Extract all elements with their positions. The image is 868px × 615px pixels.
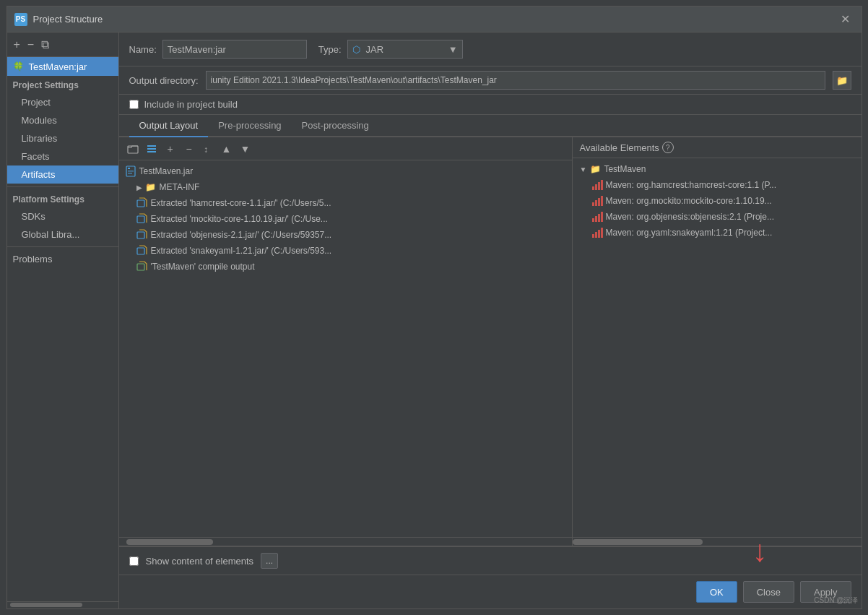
extracted-icon <box>136 197 148 209</box>
svg-rect-13 <box>137 264 144 270</box>
include-build-label: Include in project build <box>144 99 238 110</box>
sidebar-item-modules[interactable]: Modules <box>7 111 118 129</box>
create-folder-button[interactable] <box>125 141 141 157</box>
help-icon[interactable]: ? <box>662 142 674 153</box>
remove-element-button[interactable]: − <box>181 141 197 157</box>
sidebar-item-problems[interactable]: Problems <box>7 250 118 268</box>
sidebar-toolbar: + − ⧉ <box>7 33 118 57</box>
move-down-button[interactable]: ▼ <box>238 141 253 157</box>
maven-icon-1 <box>591 179 603 191</box>
main-panel: Name: Type: ⬡ JAR ▼ Output directo <box>119 33 862 608</box>
tree-item-meta-inf[interactable]: ▶ 📁 META-INF <box>119 179 572 195</box>
sidebar-item-global-libraries[interactable]: Global Libra... <box>7 225 118 244</box>
sidebar-item-project[interactable]: Project <box>7 93 118 111</box>
remove-artifact-button[interactable]: − <box>25 38 36 52</box>
maven-icon-3 <box>591 211 603 223</box>
maven-icon-4 <box>591 227 603 238</box>
project-structure-dialog: PS Project Structure ✕ + − ⧉ 🍀 TestMaven… <box>6 6 862 609</box>
available-elements-tree: ▼ 📁 TestMaven <box>573 158 862 537</box>
close-dialog-button[interactable]: ✕ <box>836 11 854 27</box>
tree-item-testmaven-jar[interactable]: TestMaven.jar <box>119 163 572 179</box>
name-field-group: Name: <box>129 40 307 59</box>
show-content-label: Show content of elements <box>146 556 254 567</box>
add-artifact-button[interactable]: + <box>12 38 22 52</box>
sidebar-item-libraries[interactable]: Libraries <box>7 129 118 147</box>
type-label: Type: <box>318 44 342 55</box>
tab-post-processing[interactable]: Post-processing <box>292 115 379 137</box>
sort-button[interactable]: ↕ <box>200 141 216 157</box>
sidebar-item-facets[interactable]: Facets <box>7 147 118 165</box>
name-label: Name: <box>129 44 157 55</box>
svg-text:↕: ↕ <box>204 145 208 155</box>
add-element-button[interactable]: + <box>162 141 178 157</box>
output-layout-area: + − ↕ ▲ ▼ TestM <box>119 137 862 546</box>
avail-item-mockito[interactable]: Maven: org.mockito:mockito-core:1.10.19.… <box>573 193 862 209</box>
include-build-row: Include in project build <box>119 95 862 115</box>
left-tree-hscrollbar[interactable] <box>119 537 572 546</box>
folder-icon: 📁 <box>145 181 157 193</box>
avail-item-hamcrest[interactable]: Maven: org.hamcrest:hamcrest-core:1.1 (P… <box>573 177 862 193</box>
sidebar: + − ⧉ 🍀 TestMaven:jar Project Settings P… <box>7 33 119 608</box>
avail-item-objenesis[interactable]: Maven: org.objenesis:objenesis:2.1 (Proj… <box>573 209 862 225</box>
extracted-icon-2 <box>136 213 148 225</box>
compile-output-icon <box>136 261 148 272</box>
svg-rect-2 <box>147 148 156 150</box>
extracted-icon-4 <box>136 245 148 257</box>
title-bar: PS Project Structure ✕ <box>7 7 862 33</box>
avail-item-testmaven[interactable]: ▼ 📁 TestMaven <box>573 161 862 177</box>
svg-rect-19 <box>595 200 597 206</box>
move-up-button[interactable]: ▲ <box>219 141 235 157</box>
svg-rect-17 <box>601 180 603 190</box>
right-tree-hscrollbar[interactable] <box>573 537 862 546</box>
browse-folder-button[interactable]: 📁 <box>833 71 851 90</box>
copy-artifact-button[interactable]: ⧉ <box>39 38 51 52</box>
include-build-checkbox[interactable] <box>129 100 139 109</box>
sidebar-scrollbar[interactable] <box>7 601 118 608</box>
watermark: CSDN @沉泽 <box>814 595 858 606</box>
svg-rect-29 <box>601 228 603 238</box>
tree-item-mockito[interactable]: Extracted 'mockito-core-1.10.19.jar/' (C… <box>119 211 572 227</box>
sidebar-divider <box>7 186 118 187</box>
properties-button[interactable] <box>144 141 160 157</box>
project-settings-section: Project Settings <box>7 76 118 93</box>
name-input[interactable] <box>162 40 307 59</box>
sidebar-item-sdks[interactable]: SDKs <box>7 207 118 225</box>
show-content-row: Show content of elements ... <box>119 546 862 575</box>
main-content: + − ⧉ 🍀 TestMaven:jar Project Settings P… <box>7 33 862 608</box>
jar-type-icon: ⬡ JAR <box>352 44 384 55</box>
close-button[interactable]: Close <box>743 581 794 603</box>
tree-item-hamcrest[interactable]: Extracted 'hamcrest-core-1.1.jar/' (C:/U… <box>119 195 572 211</box>
svg-rect-6 <box>128 168 130 169</box>
svg-rect-9 <box>137 200 144 207</box>
type-dropdown[interactable]: ⬡ JAR ▼ <box>347 40 463 59</box>
tab-pre-processing[interactable]: Pre-processing <box>208 115 291 137</box>
sidebar-item-artifacts[interactable]: Artifacts <box>7 165 118 184</box>
artifact-tree: TestMaven.jar ▶ 📁 META-INF <box>119 160 572 537</box>
sidebar-scrollbar-thumb <box>10 603 82 607</box>
show-content-checkbox[interactable] <box>129 556 139 566</box>
platform-settings-section: Platform Settings <box>7 190 118 207</box>
available-elements-panel: Available Elements ? ▼ 📁 TestMaven <box>573 137 862 546</box>
ok-button[interactable]: OK <box>696 581 737 603</box>
artifact-item-testmaven[interactable]: 🍀 TestMaven:jar <box>7 57 118 76</box>
jar-icon: 🍀 <box>13 61 25 72</box>
output-dir-input[interactable] <box>206 71 825 90</box>
svg-rect-12 <box>137 248 144 254</box>
tree-item-objenesis[interactable]: Extracted 'objenesis-2.1.jar/' (C:/Users… <box>119 227 572 243</box>
svg-rect-11 <box>137 232 144 238</box>
available-elements-header: Available Elements ? <box>573 137 862 158</box>
avail-item-snakeyaml[interactable]: Maven: org.yaml:snakeyaml:1.21 (Project.… <box>573 225 862 241</box>
artifact-item-label: TestMaven:jar <box>29 61 87 72</box>
type-field-group: Type: ⬡ JAR ▼ <box>318 40 463 59</box>
tab-output-layout[interactable]: Output Layout <box>129 115 209 137</box>
svg-rect-3 <box>147 151 156 152</box>
output-dir-row: Output directory: 📁 <box>119 66 862 95</box>
tree-item-compile-output[interactable]: 'TestMaven' compile output <box>119 259 572 275</box>
tabs-row: Output Layout Pre-processing Post-proces… <box>119 115 862 137</box>
svg-rect-23 <box>595 216 597 222</box>
jar-file-icon <box>125 165 136 177</box>
dots-button[interactable]: ... <box>261 553 278 569</box>
tree-item-snakeyaml[interactable]: Extracted 'snakeyaml-1.21.jar/' (C:/User… <box>119 243 572 259</box>
svg-rect-22 <box>592 218 594 222</box>
action-buttons: OK Close Apply <box>119 575 862 608</box>
